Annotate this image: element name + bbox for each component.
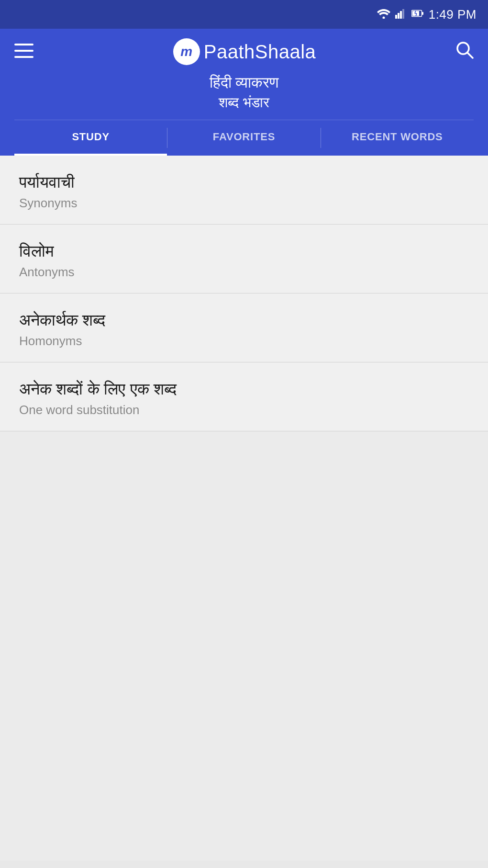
svg-rect-11	[14, 44, 33, 45]
app-logo: m	[173, 38, 200, 65]
synonyms-hindi: पर्यायवाची	[19, 173, 469, 192]
one-word-sub-english: One word substitution	[19, 403, 469, 417]
list-item-one-word-sub[interactable]: अनेक शब्दों के लिए एक शब्द One word subs…	[0, 362, 488, 431]
tabs-container: STUDY FAVORITES RECENT WORDS	[14, 120, 474, 156]
hamburger-icon[interactable]	[14, 44, 33, 60]
list-item-synonyms[interactable]: पर्यायवाची Synonyms	[0, 156, 488, 225]
svg-rect-13	[14, 56, 33, 58]
status-time: 1:49 PM	[429, 7, 477, 22]
app-logo-title: m PaathShaala	[173, 38, 316, 65]
svg-point-0	[382, 16, 385, 19]
signal-icon	[395, 8, 407, 21]
tab-study[interactable]: STUDY	[14, 120, 167, 156]
app-header: m PaathShaala हिंदी व्याकरण शब्द भंडार S…	[0, 29, 488, 156]
battery-icon	[411, 9, 424, 20]
list-item-homonyms[interactable]: अनेकार्थक शब्द Homonyms	[0, 293, 488, 362]
synonyms-english: Synonyms	[19, 196, 469, 211]
svg-rect-1	[395, 15, 397, 19]
wifi-icon	[377, 8, 390, 21]
tab-favorites[interactable]: FAVORITES	[167, 120, 320, 156]
list-item-antonyms[interactable]: विलोम Antonyms	[0, 225, 488, 293]
antonyms-hindi: विलोम	[19, 242, 469, 261]
content-area: पर्यायवाची Synonyms विलोम Antonyms अनेका…	[0, 156, 488, 861]
antonyms-english: Antonyms	[19, 265, 469, 280]
homonyms-english: Homonyms	[19, 334, 469, 349]
homonyms-hindi: अनेकार्थक शब्द	[19, 311, 469, 330]
one-word-sub-hindi: अनेक शब्दों के लिए एक शब्द	[19, 380, 469, 399]
search-button[interactable]	[455, 41, 474, 63]
svg-line-15	[467, 53, 473, 58]
header-top: m PaathShaala	[14, 38, 474, 65]
svg-rect-12	[14, 50, 33, 52]
svg-rect-4	[402, 9, 404, 19]
svg-rect-6	[422, 12, 423, 15]
status-icons: 1:49 PM	[377, 7, 477, 22]
subtitle-word-store: शब्द भंडार	[14, 94, 474, 111]
svg-rect-3	[400, 11, 402, 19]
svg-rect-2	[398, 13, 399, 19]
subtitle-hindi-grammar: हिंदी व्याकरण	[14, 74, 474, 91]
app-name-text: PaathShaala	[204, 41, 316, 63]
status-bar: 1:49 PM	[0, 0, 488, 29]
tab-recent-words[interactable]: RECENT WORDS	[321, 120, 474, 156]
